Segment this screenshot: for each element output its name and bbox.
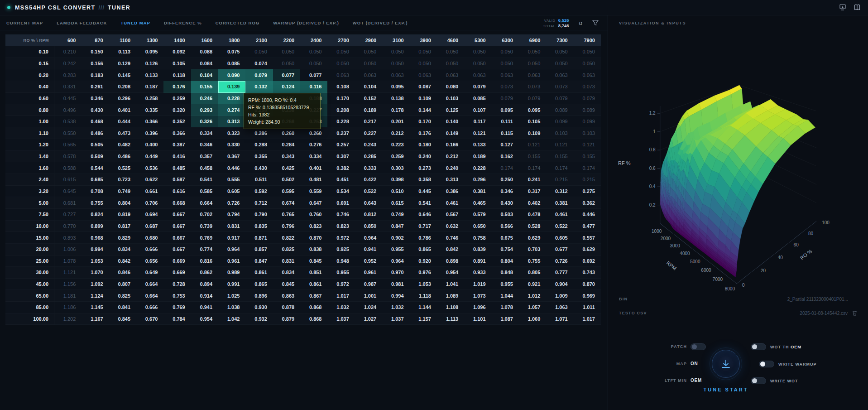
map-cell[interactable]: 0.115 [492, 127, 519, 139]
patch-toggle[interactable] [691, 343, 706, 350]
map-cell[interactable]: 0.313 [437, 174, 464, 186]
map-cell[interactable]: 0.276 [300, 139, 327, 151]
map-cell[interactable]: 0.708 [82, 186, 109, 198]
map-cell[interactable]: 1.186 [54, 302, 82, 314]
map-cell[interactable]: 0.210 [54, 46, 82, 58]
map-cell[interactable]: 0.691 [327, 197, 355, 209]
map-cell[interactable]: 0.692 [574, 256, 601, 267]
map-cell[interactable]: 0.425 [273, 162, 300, 174]
map-cell[interactable]: 0.954 [437, 267, 464, 279]
tab-corrected-rog[interactable]: CORRECTED ROG [216, 20, 259, 25]
map-cell[interactable]: 0.746 [327, 209, 355, 221]
map-cell[interactable]: 0.050 [245, 46, 273, 58]
map-cell[interactable]: 0.451 [327, 174, 355, 186]
map-cell[interactable]: 0.650 [464, 221, 491, 232]
map-cell[interactable]: 0.445 [54, 93, 82, 105]
map-cell[interactable]: 0.902 [382, 232, 409, 244]
map-cell[interactable]: 0.430 [82, 104, 109, 116]
map-cell[interactable]: 0.089 [546, 104, 573, 116]
map-cell[interactable]: 0.075 [218, 46, 245, 58]
map-cell[interactable]: 0.155 [546, 151, 573, 163]
map-cell[interactable]: 0.477 [574, 221, 601, 232]
map-cell[interactable]: 0.702 [191, 209, 218, 221]
map-cell[interactable]: 0.274 [218, 104, 245, 116]
map-cell[interactable]: 0.687 [136, 221, 163, 232]
map-cell[interactable]: 0.816 [191, 256, 218, 267]
map-cell[interactable]: 0.095 [382, 81, 409, 93]
map-cell[interactable]: 0.063 [382, 69, 409, 81]
map-cell[interactable]: 0.961 [218, 256, 245, 267]
map-cell[interactable]: 0.970 [382, 267, 409, 279]
map-cell[interactable]: 0.139 [218, 81, 245, 93]
map-cell[interactable]: 0.848 [492, 267, 519, 279]
map-cell[interactable]: 0.994 [382, 290, 409, 302]
map-cell[interactable]: 0.401 [300, 162, 327, 174]
map-cell[interactable]: 0.178 [382, 104, 409, 116]
map-cell[interactable]: 0.050 [410, 58, 437, 70]
map-cell[interactable]: 0.103 [437, 93, 464, 105]
map-cell[interactable]: 0.677 [546, 244, 573, 256]
map-cell[interactable]: 0.825 [109, 290, 136, 302]
map-cell[interactable]: 0.528 [519, 221, 546, 232]
map-cell[interactable]: 0.079 [574, 93, 601, 105]
flash-device-icon[interactable] [839, 4, 846, 11]
tab-warmup-derived-exp[interactable]: WARMUP (DERIVED / EXP.) [273, 20, 339, 25]
map-cell[interactable]: 0.550 [54, 127, 82, 139]
map-cell[interactable]: 1.006 [54, 244, 82, 256]
map-cell[interactable]: 0.296 [109, 93, 136, 105]
map-cell[interactable]: 0.346 [492, 186, 519, 198]
map-cell[interactable]: 0.103 [574, 127, 601, 139]
map-cell[interactable]: 0.050 [327, 58, 355, 70]
map-cell[interactable]: 0.769 [163, 302, 191, 314]
map-cell[interactable]: 0.240 [437, 162, 464, 174]
map-cell[interactable]: 0.694 [136, 209, 163, 221]
map-cell[interactable]: 0.111 [492, 116, 519, 128]
map-cell[interactable]: 1.089 [437, 290, 464, 302]
map-cell[interactable]: 0.050 [300, 58, 327, 70]
map-cell[interactable]: 0.538 [54, 116, 82, 128]
map-cell[interactable]: 0.825 [273, 244, 300, 256]
map-cell[interactable]: 0.366 [163, 127, 191, 139]
map-cell[interactable]: 1.025 [218, 290, 245, 302]
map-cell[interactable]: 0.728 [163, 279, 191, 290]
map-cell[interactable]: 0.260 [273, 127, 300, 139]
alpha-blend-icon[interactable]: α [579, 19, 582, 26]
map-cell[interactable]: 0.108 [327, 81, 355, 93]
map-cell[interactable]: 0.647 [300, 197, 327, 209]
map-cell[interactable]: 0.286 [245, 127, 273, 139]
map-cell[interactable]: 0.769 [191, 232, 218, 244]
map-cell[interactable]: 0.317 [519, 186, 546, 198]
map-cell[interactable]: 1.011 [574, 302, 601, 314]
map-cell[interactable]: 0.870 [300, 232, 327, 244]
map-cell[interactable]: 0.334 [191, 127, 218, 139]
map-cell[interactable]: 1.096 [464, 302, 491, 314]
map-cell[interactable]: 0.063 [327, 69, 355, 81]
map-cell[interactable]: 1.038 [218, 302, 245, 314]
map-cell[interactable]: 0.063 [546, 69, 573, 81]
map-cell[interactable]: 0.396 [136, 127, 163, 139]
map-cell[interactable]: 0.155 [191, 81, 218, 93]
map-cell[interactable]: 0.223 [382, 139, 409, 151]
map-cell[interactable]: 0.063 [410, 69, 437, 81]
map-cell[interactable]: 0.174 [519, 162, 546, 174]
map-cell[interactable]: 0.834 [109, 244, 136, 256]
map-cell[interactable]: 0.685 [82, 174, 109, 186]
map-cell[interactable]: 1.001 [355, 290, 382, 302]
map-cell[interactable]: 0.894 [191, 279, 218, 290]
map-cell[interactable]: 0.898 [437, 256, 464, 267]
map-cell[interactable]: 1.181 [54, 290, 82, 302]
map-cell[interactable]: 0.831 [218, 221, 245, 232]
map-cell[interactable]: 0.703 [519, 244, 546, 256]
map-cell[interactable]: 0.343 [273, 151, 300, 163]
map-cell[interactable]: 0.296 [464, 174, 491, 186]
map-cell[interactable]: 0.941 [191, 302, 218, 314]
map-cell[interactable]: 1.071 [546, 314, 573, 325]
map-cell[interactable]: 0.588 [54, 162, 82, 174]
map-cell[interactable]: 0.794 [218, 209, 245, 221]
map-cell[interactable]: 0.842 [437, 244, 464, 256]
map-cell[interactable]: 0.133 [464, 139, 491, 151]
map-cell[interactable]: 0.726 [546, 256, 573, 267]
map-cell[interactable]: 0.079 [519, 93, 546, 105]
map-cell[interactable]: 0.823 [300, 221, 327, 232]
map-cell[interactable]: 0.402 [519, 197, 546, 209]
